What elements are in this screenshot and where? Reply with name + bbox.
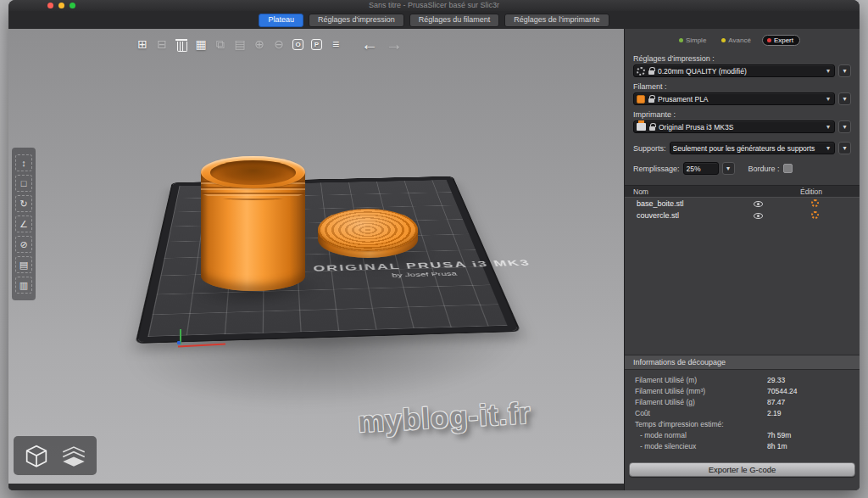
filament-label: Filament : — [633, 82, 851, 91]
tab-plateau[interactable]: Plateau — [259, 14, 303, 27]
mode-advanced[interactable]: Avancé — [717, 35, 757, 46]
redo-icon[interactable]: → — [383, 36, 405, 53]
object-list-header: Nom Édition — [625, 185, 860, 198]
filament-color-icon — [637, 95, 645, 104]
sliced-info-row: - mode silencieux 8h 1m — [625, 441, 860, 452]
layer-editing-icon[interactable]: ≡ — [327, 36, 344, 53]
panel-spacer — [625, 221, 860, 355]
add-instance-icon[interactable]: ⊕ — [251, 36, 268, 53]
object-list: Nom Édition base_boite.stl couvercle.stl — [625, 185, 860, 221]
object-base-boite[interactable] — [201, 156, 305, 292]
object-row-base-boite[interactable]: base_boite.stl — [625, 198, 860, 210]
sliced-label: Filament Utilisé (mm³) — [625, 386, 767, 397]
sliced-label: - mode silencieux — [625, 441, 767, 452]
z-axis-indicator — [177, 341, 181, 344]
sliced-info-title: Informations de découpage — [625, 355, 860, 370]
filament-combo[interactable]: Prusament PLA ▾ — [633, 92, 835, 105]
chevron-down-icon: ▾ — [825, 144, 832, 152]
viewport-column: ⊞ ⊟ ▦ ⧉ ▤ ⊕ ⊖ O P ≡ ← → — [8, 29, 624, 490]
sliced-value: 2.19 — [767, 408, 782, 419]
expert-dot-icon — [767, 38, 771, 42]
titlebar: Sans titre - PrusaSlicer basé sur Slic3r — [8, 0, 860, 11]
cut-gizmo-icon[interactable]: ⊘ — [15, 236, 32, 253]
object-settings-gear-icon[interactable] — [811, 211, 819, 219]
printer-combo[interactable]: Original Prusa i3 MK3S ▾ — [633, 120, 835, 133]
cylinder-opening — [210, 160, 296, 185]
eye-icon[interactable] — [754, 213, 763, 219]
print-settings-value: 0.20mm QUALITY (modifié) — [658, 67, 821, 76]
print-settings-row: 0.20mm QUALITY (modifié) ▾ ▾ — [633, 64, 851, 77]
sliced-info-row: Temps d'impression estimé: — [625, 419, 860, 430]
supports-label: Supports: — [633, 144, 666, 153]
scale-gizmo-icon[interactable]: □ — [15, 175, 32, 192]
infill-value: 25% — [687, 165, 715, 173]
delete-object-icon[interactable]: ⊟ — [153, 36, 170, 53]
window-title: Sans titre - PrusaSlicer basé sur Slic3r — [8, 1, 860, 9]
add-object-icon[interactable]: ⊞ — [134, 36, 151, 53]
mode-simple-label: Simple — [686, 36, 706, 44]
tab-printer-settings[interactable]: Réglages de l'imprimante — [504, 14, 609, 27]
view-switch — [14, 436, 97, 475]
tab-filament-settings[interactable]: Réglages du filament — [409, 14, 500, 27]
undo-icon[interactable]: ← — [359, 36, 381, 53]
sliced-value: 8h 1m — [767, 441, 787, 452]
printer-dropdown-button[interactable]: ▾ — [838, 120, 851, 133]
viewport-toolbar: ⊞ ⊟ ▦ ⧉ ▤ ⊕ ⊖ O P ≡ ← → — [134, 36, 405, 53]
seam-gizmo-icon[interactable]: ▥ — [15, 277, 32, 294]
sliced-label: - mode normal — [625, 430, 767, 441]
preview-layers-icon[interactable] — [59, 441, 88, 470]
tab-print-settings[interactable]: Réglages d'impression — [309, 14, 404, 27]
printer-value: Original Prusa i3 MK3S — [659, 123, 821, 131]
sliced-value: 70544.24 — [767, 386, 797, 397]
gizmo-toolbar: ↕ □ ↻ ∠ ⊘ ▤ ▥ — [12, 148, 36, 300]
object-name: base_boite.stl — [637, 199, 684, 208]
infill-dropdown-button[interactable]: ▾ — [722, 162, 735, 175]
object-row-couvercle[interactable]: couvercle.stl — [625, 210, 860, 221]
remove-instance-icon[interactable]: ⊖ — [270, 36, 287, 53]
print-settings-combo[interactable]: 0.20mm QUALITY (modifié) ▾ — [633, 64, 835, 77]
move-gizmo-icon[interactable]: ↕ — [15, 154, 32, 171]
sliced-info: Filament Utilisé (m) 29.33 Filament Util… — [625, 370, 860, 456]
sliced-label: Coût — [625, 408, 767, 419]
simple-dot-icon — [679, 38, 683, 42]
brim-checkbox[interactable] — [783, 164, 793, 173]
arrange-icon[interactable]: ▦ — [192, 36, 209, 53]
split-parts-icon[interactable]: P — [311, 39, 322, 50]
mode-advanced-label: Avancé — [728, 36, 751, 44]
object-settings-gear-icon[interactable] — [811, 199, 819, 207]
supports-combo[interactable]: Seulement pour les générateurs de suppor… — [670, 142, 835, 154]
mode-simple[interactable]: Simple — [675, 35, 712, 46]
column-name: Nom — [625, 187, 800, 196]
app-window: Sans titre - PrusaSlicer basé sur Slic3r… — [8, 0, 860, 490]
print-settings-dropdown-button[interactable]: ▾ — [838, 64, 851, 77]
delete-all-icon[interactable] — [173, 36, 190, 53]
split-objects-icon[interactable]: O — [292, 39, 303, 50]
eye-icon[interactable] — [754, 201, 763, 207]
filament-value: Prusament PLA — [658, 95, 821, 104]
window-bottom-edge — [8, 484, 624, 490]
sliced-value: 7h 59m — [767, 430, 791, 441]
chevron-down-icon: ▾ — [825, 67, 832, 75]
sliced-label: Temps d'impression estimé: — [625, 419, 767, 430]
rotate-gizmo-icon[interactable]: ↻ — [15, 195, 32, 212]
paste-icon[interactable]: ▤ — [231, 36, 248, 53]
supports-gizmo-icon[interactable]: ▤ — [15, 256, 32, 273]
supports-dropdown-button[interactable]: ▾ — [838, 142, 851, 154]
object-couvercle[interactable] — [318, 209, 418, 263]
filament-dropdown-button[interactable]: ▾ — [838, 92, 851, 105]
column-edit: Édition — [800, 187, 860, 196]
lock-icon — [648, 98, 654, 103]
copy-icon[interactable]: ⧉ — [212, 36, 229, 53]
3d-editor-view-icon[interactable] — [22, 441, 51, 470]
export-gcode-button[interactable]: Exporter le G-code — [629, 462, 855, 477]
printer-icon — [637, 123, 646, 131]
mode-expert-label: Expert — [774, 36, 793, 44]
infill-combo[interactable]: 25% — [683, 162, 719, 175]
flatten-gizmo-icon[interactable]: ∠ — [15, 215, 32, 232]
sliced-info-row: Filament Utilisé (mm³) 70544.24 — [625, 386, 860, 397]
print-settings-label: Réglages d'impression : — [633, 54, 851, 63]
main-area: ⊞ ⊟ ▦ ⧉ ▤ ⊕ ⊖ O P ≡ ← → — [8, 29, 860, 490]
mode-expert[interactable]: Expert — [762, 35, 800, 46]
3d-viewport[interactable]: ⊞ ⊟ ▦ ⧉ ▤ ⊕ ⊖ O P ≡ ← → — [8, 29, 624, 484]
brim-label: Bordure : — [748, 165, 780, 173]
